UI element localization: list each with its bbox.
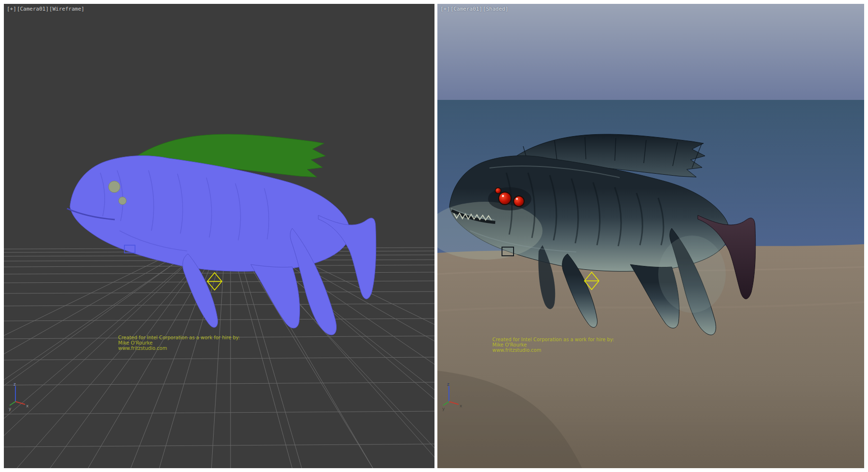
eye-specular: [502, 195, 504, 197]
watermark-line-3: www.fritzstudio.com: [492, 347, 614, 353]
viewport-shaded[interactable]: [+][Camera01][Shaded]: [437, 4, 864, 468]
axis-z-label: z: [447, 382, 449, 387]
axis-y-label: y: [442, 406, 445, 411]
watermark-line-2: Mike O'Rourke: [118, 340, 240, 346]
fish-eye: [108, 181, 120, 193]
wireframe-canvas[interactable]: z x y: [4, 4, 434, 468]
point-helper-gizmo[interactable]: [207, 273, 222, 290]
axis-x-label: x: [26, 403, 29, 408]
watermark-line-1: Created for Intel Corporation as a work …: [118, 335, 240, 340]
viewport-label: [+][Camera01][Wireframe]: [7, 6, 85, 12]
shaded-canvas[interactable]: z x y: [437, 4, 864, 468]
watermark-line-3: www.fritzstudio.com: [118, 346, 240, 351]
watermark-line-2: Mike O'Rourke: [492, 342, 614, 347]
axis-z-label: z: [14, 382, 16, 387]
axis-x-label: x: [460, 403, 462, 408]
viewport-menu-shading[interactable]: [Shaded]: [483, 6, 508, 12]
watermark: Created for Intel Corporation as a work …: [492, 337, 614, 353]
viewport-menu-general[interactable]: [+]: [440, 6, 450, 12]
watermark-line-1: Created for Intel Corporation as a work …: [492, 337, 614, 342]
viewport-menu-shading[interactable]: [Wireframe]: [49, 6, 84, 12]
fish-eye-small: [495, 188, 501, 194]
viewport-menu-camera[interactable]: [Camera01]: [17, 6, 49, 12]
viewport-menu-general[interactable]: [+]: [7, 6, 16, 12]
viewport-wireframe[interactable]: [+][Camera01][Wireframe]: [4, 4, 434, 468]
sky: [437, 4, 864, 100]
world-axis-tripod: z x y: [9, 382, 29, 411]
watermark: Created for Intel Corporation as a work …: [118, 335, 240, 351]
fish-eye-left: [499, 192, 511, 205]
eye-specular: [516, 198, 518, 200]
viewport-menu-camera[interactable]: [Camera01]: [450, 6, 482, 12]
fish-eye-right: [514, 196, 524, 207]
rear-highlight: [658, 236, 726, 313]
viewport-label: [+][Camera01][Shaded]: [440, 6, 509, 12]
axis-y-label: y: [9, 406, 12, 411]
fish-eye-small: [119, 197, 126, 205]
